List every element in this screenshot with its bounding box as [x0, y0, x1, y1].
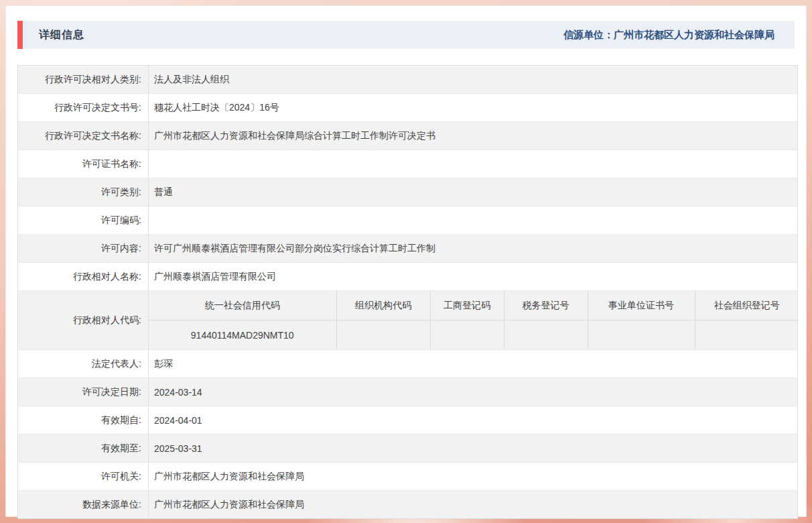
- row-value: 广州市花都区人力资源和社会保障局: [149, 463, 798, 491]
- code-column-header: 组织机构代码: [336, 291, 430, 321]
- row-label: 行政相对人名称:: [18, 263, 149, 291]
- section-header: 详细信息 信源单位：广州市花都区人力资源和社会保障局: [17, 21, 795, 49]
- red-accent-bar: [17, 21, 23, 49]
- page-title: 详细信息: [39, 28, 84, 42]
- row-value: [149, 207, 798, 235]
- row-label: 有效期自:: [18, 406, 149, 434]
- row-label: 行政许可决定文书名称:: [18, 122, 149, 150]
- row-value: 2024-03-14: [149, 378, 798, 406]
- code-value: 91440114MAD29NMT10: [149, 321, 336, 350]
- source-unit-label: 信源单位：广州市花都区人力资源和社会保障局: [563, 29, 774, 42]
- table-row: 行政相对人名称: 广州顺泰祺酒店管理有限公司: [18, 263, 798, 291]
- row-value: 广州市花都区人力资源和社会保障局: [149, 491, 798, 519]
- row-value: 2025-03-31: [149, 434, 798, 463]
- row-label: 许可内容:: [18, 235, 149, 263]
- code-column-header: 社会组织登记号: [695, 291, 799, 321]
- code-value: [430, 321, 504, 350]
- page-background: 详细信息 信源单位：广州市花都区人力资源和社会保障局 行政许可决相对人类别: 法…: [0, 0, 812, 523]
- table-row: 数据来源单位: 广州市花都区人力资源和社会保障局: [18, 491, 798, 519]
- table-row: 许可编码:: [18, 207, 798, 235]
- table-row: 行政许可决定文书名称: 广州市花都区人力资源和社会保障局综合计算工时工作制许可决…: [18, 122, 798, 150]
- detail-panel: 详细信息 信源单位：广州市花都区人力资源和社会保障局 行政许可决相对人类别: 法…: [5, 5, 807, 517]
- code-value: [588, 321, 695, 350]
- table-row-codes: 行政相对人代码: 统一社会信用代码 组织机构代码 工: [18, 291, 798, 350]
- code-column-header: 税务登记号: [504, 291, 588, 321]
- code-value: [336, 321, 430, 350]
- table-row: 有效期自: 2024-04-01: [18, 406, 798, 434]
- row-label: 许可机关:: [18, 463, 149, 491]
- row-label: 法定代表人:: [18, 350, 149, 378]
- code-subtable: 统一社会信用代码 组织机构代码 工商登记码 税务登记号 事业单位证书号 社会组织…: [149, 291, 799, 349]
- table-row: 许可证书名称:: [18, 150, 798, 178]
- row-value: 彭琛: [149, 350, 798, 378]
- code-column-header: 统一社会信用代码: [149, 291, 336, 321]
- row-label: 数据来源单位:: [18, 491, 149, 519]
- table-row: 法定代表人: 彭琛: [18, 350, 798, 378]
- row-label: 许可编码:: [18, 207, 149, 235]
- code-column-header: 工商登记码: [430, 291, 504, 321]
- row-label: 许可决定日期:: [18, 378, 149, 406]
- row-value: 穗花人社工时决〔2024〕16号: [149, 94, 798, 122]
- table-row: 有效期至: 2025-03-31: [18, 434, 798, 463]
- code-column-header: 事业单位证书号: [588, 291, 695, 321]
- table-row: 许可决定日期: 2024-03-14: [18, 378, 798, 406]
- row-value: [149, 150, 798, 178]
- row-label: 许可类别:: [18, 178, 149, 207]
- code-subtable-cell: 统一社会信用代码 组织机构代码 工商登记码 税务登记号 事业单位证书号 社会组织…: [149, 291, 798, 350]
- table-row: 许可内容: 许可广州顺泰祺酒店管理有限公司部分岗位实行综合计算工时工作制: [18, 235, 798, 263]
- row-value: 广州顺泰祺酒店管理有限公司: [149, 263, 798, 291]
- table-row: 许可机关: 广州市花都区人力资源和社会保障局: [18, 463, 798, 491]
- row-label: 有效期至:: [18, 434, 149, 463]
- row-label: 行政相对人代码:: [18, 291, 149, 350]
- row-value: 普通: [149, 178, 798, 207]
- row-value: 法人及非法人组织: [149, 66, 798, 94]
- row-label: 行政许可决定文书号:: [18, 94, 149, 122]
- row-value: 2024-04-01: [149, 406, 798, 434]
- row-value: 许可广州顺泰祺酒店管理有限公司部分岗位实行综合计算工时工作制: [149, 235, 798, 263]
- table-row: 行政许可决相对人类别: 法人及非法人组织: [18, 66, 798, 94]
- row-value: 广州市花都区人力资源和社会保障局综合计算工时工作制许可决定书: [149, 122, 798, 150]
- row-label: 许可证书名称:: [18, 150, 149, 178]
- code-value: [695, 321, 799, 350]
- detail-table: 行政许可决相对人类别: 法人及非法人组织 行政许可决定文书号: 穗花人社工时决〔…: [17, 65, 798, 519]
- code-header-row: 统一社会信用代码 组织机构代码 工商登记码 税务登记号 事业单位证书号 社会组织…: [149, 291, 799, 321]
- code-value: [504, 321, 588, 350]
- table-row: 许可类别: 普通: [18, 178, 798, 207]
- table-row: 行政许可决定文书号: 穗花人社工时决〔2024〕16号: [18, 94, 798, 122]
- code-value-row: 91440114MAD29NMT10: [149, 321, 799, 350]
- row-label: 行政许可决相对人类别:: [18, 66, 149, 94]
